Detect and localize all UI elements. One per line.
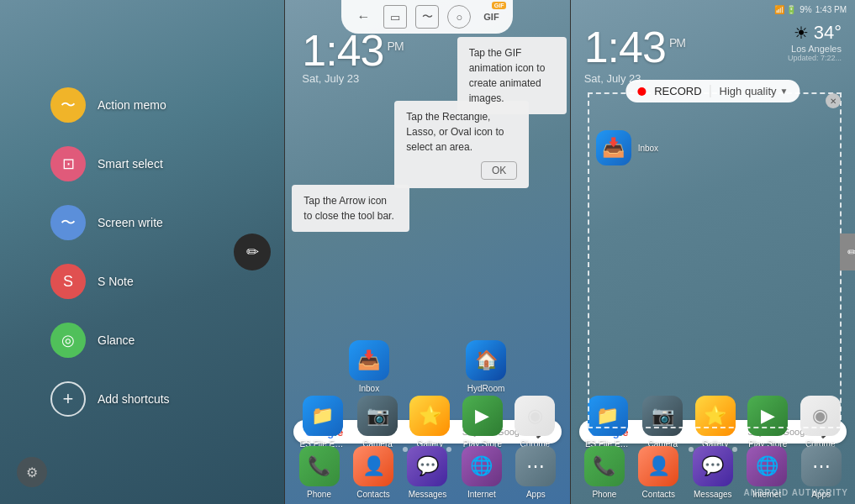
clock-display-3: 1:43PM Sat, July 23 xyxy=(584,22,685,85)
internet-icon-2: 🌐 xyxy=(462,446,502,486)
add-shortcuts-label: Add shortcuts xyxy=(98,392,170,406)
contacts-dock-3[interactable]: 👤 Contacts xyxy=(638,446,678,499)
status-icons: 📶 🔋 xyxy=(774,5,797,14)
camera-icon-2: 📷 xyxy=(357,396,398,436)
inbox-icon: 📥 xyxy=(349,340,389,381)
settings-icon: ⚙ xyxy=(26,465,38,480)
quality-label: High quality xyxy=(720,85,777,97)
spen-panel: 〜 Action memo ⊡ Smart select 〜 Screen wr… xyxy=(0,0,284,504)
screenshot-toolbar[interactable]: ← ▭ 〜 ○ GIF GIF xyxy=(341,0,513,34)
spen-item-action-memo[interactable]: 〜 Action memo xyxy=(50,87,284,123)
weather-updated: Updated: 7:22... xyxy=(788,54,842,62)
smart-select-icon: ⊡ xyxy=(50,146,86,181)
messages-label-2: Messages xyxy=(409,490,447,499)
phone-icon-2: 📞 xyxy=(299,446,340,486)
glance-label: Glance xyxy=(98,333,135,347)
camera-app-2[interactable]: 📷 Camera xyxy=(357,396,398,449)
es-file-icon-2: 📁 xyxy=(303,396,343,436)
ok-button[interactable]: OK xyxy=(481,161,517,180)
weather-temp: 34° xyxy=(814,22,842,44)
internet-dock-2[interactable]: 🌐 Internet xyxy=(462,446,502,499)
toolbar-back-button[interactable]: ← xyxy=(351,8,375,26)
spen-pencil-button[interactable]: ✏ xyxy=(234,234,271,270)
contacts-label-3: Contacts xyxy=(642,490,675,499)
pencil-icon: ✏ xyxy=(246,243,259,261)
status-bar-3: 📶 🔋 9% 1:43 PM xyxy=(571,0,855,18)
play-store-icon-2: ▶ xyxy=(462,396,503,436)
status-time: 1:43 PM xyxy=(815,5,847,14)
tooltip-gif-text: Tap the GIF animation icon to create ani… xyxy=(469,47,546,104)
clock-display-2: 1:43PM Sat, July 23 xyxy=(302,25,403,85)
apps-icon-2: ⋯ xyxy=(515,446,556,486)
toolbar-rectangle-icon[interactable]: ▭ xyxy=(383,5,407,29)
screen-write-icon: 〜 xyxy=(50,205,86,240)
phone-dock-2[interactable]: 📞 Phone xyxy=(299,446,340,499)
apps-dock-2[interactable]: ⋯ Apps xyxy=(515,446,556,499)
weather-icon: ☀ xyxy=(794,23,809,43)
weather-location: Los Angeles xyxy=(788,44,842,54)
inbox-label: Inbox xyxy=(359,384,379,393)
spen-pencil-button-3[interactable]: ✏ xyxy=(840,234,855,270)
hydroom-app[interactable]: 🏠 HydRoom xyxy=(466,340,506,393)
chrome-app-2[interactable]: ◉ Chrome xyxy=(515,396,555,449)
record-label: RECORD xyxy=(654,85,701,97)
screen-write-label: Screen write xyxy=(98,216,163,229)
selection-rectangle[interactable]: ✕ xyxy=(588,92,842,428)
tooltip-arrow: Tap the Arrow icon to close the tool bar… xyxy=(292,185,409,232)
hydroom-icon: 🏠 xyxy=(466,340,506,381)
pencil-icon-3: ✏ xyxy=(847,245,855,259)
app-grid-2: 📁 ES File Explorer P. 📷 Camera ⭐ Gallery… xyxy=(285,396,569,449)
contacts-label-2: Contacts xyxy=(356,490,389,499)
glance-icon: ◎ xyxy=(50,323,86,358)
gallery-icon-2: ⭐ xyxy=(409,396,450,436)
apps-icon-3: ⋯ xyxy=(801,446,842,486)
internet-label-2: Internet xyxy=(467,490,496,499)
weather-widget: ☀ 34° Los Angeles Updated: 7:22... xyxy=(788,22,842,62)
play-store-app-2[interactable]: ▶ Play Store xyxy=(462,396,503,449)
record-dot xyxy=(637,87,646,96)
spen-item-add-shortcuts[interactable]: + Add shortcuts xyxy=(50,381,284,417)
s-note-icon: S xyxy=(50,264,86,299)
spen-item-smart-select[interactable]: ⊡ Smart select xyxy=(50,146,284,181)
tooltip-gif: Tap the GIF animation icon to create ani… xyxy=(457,37,567,114)
es-file-app-2[interactable]: 📁 ES File Explorer P. xyxy=(300,396,346,449)
record-toolbar[interactable]: RECORD High quality ▼ xyxy=(625,80,800,102)
status-right: 📶 🔋 9% 1:43 PM xyxy=(774,5,847,14)
action-memo-icon: 〜 xyxy=(50,87,86,123)
toolbar-oval-icon[interactable]: ○ xyxy=(447,5,471,29)
watermark: ANDROID AUTHORITY xyxy=(744,488,848,497)
selection-close-button[interactable]: ✕ xyxy=(826,93,841,108)
gif-label: GIF xyxy=(483,12,499,22)
contacts-dock-2[interactable]: 👤 Contacts xyxy=(353,446,393,499)
record-panel: 📶 🔋 9% 1:43 PM 1:43PM Sat, July 23 ☀ 34°… xyxy=(571,0,855,504)
phone-label-3: Phone xyxy=(592,490,616,499)
chrome-icon-2: ◉ xyxy=(515,396,555,436)
battery-pct: 9% xyxy=(800,5,811,14)
messages-icon-3: 💬 xyxy=(693,446,733,486)
tooltip-ok-area: OK xyxy=(406,161,517,180)
messages-dock-3[interactable]: 💬 Messages xyxy=(693,446,733,499)
dock-2: 📞 Phone 👤 Contacts 💬 Messages 🌐 Internet… xyxy=(285,446,569,499)
phone-label-2: Phone xyxy=(307,490,331,499)
inbox-app[interactable]: 📥 Inbox xyxy=(349,340,389,393)
toolbar-gif-icon[interactable]: GIF GIF xyxy=(479,5,503,29)
contacts-icon-2: 👤 xyxy=(353,446,393,486)
clock-time-3: 1:43PM xyxy=(584,22,685,72)
gif-badge: GIF xyxy=(492,2,507,9)
phone-dock-3[interactable]: 📞 Phone xyxy=(584,446,625,499)
settings-button[interactable]: ⚙ xyxy=(17,457,47,487)
quality-chevron-icon: ▼ xyxy=(780,87,789,96)
phone-icon-3: 📞 xyxy=(584,446,625,486)
internet-icon-3: 🌐 xyxy=(747,446,787,486)
smart-select-label: Smart select xyxy=(98,157,163,171)
hydroom-label: HydRoom xyxy=(467,384,504,393)
action-memo-label: Action memo xyxy=(98,98,166,112)
add-shortcuts-icon: + xyxy=(50,381,86,417)
gallery-app-2[interactable]: ⭐ Gallery xyxy=(409,396,450,449)
apps-label-2: Apps xyxy=(526,490,546,499)
p2-featured-apps: 📥 Inbox 🏠 HydRoom xyxy=(285,340,569,393)
spen-item-glance[interactable]: ◎ Glance xyxy=(50,323,284,358)
record-quality[interactable]: High quality ▼ xyxy=(710,85,789,97)
messages-dock-2[interactable]: 💬 Messages xyxy=(407,446,447,499)
toolbar-lasso-icon[interactable]: 〜 xyxy=(415,5,439,29)
